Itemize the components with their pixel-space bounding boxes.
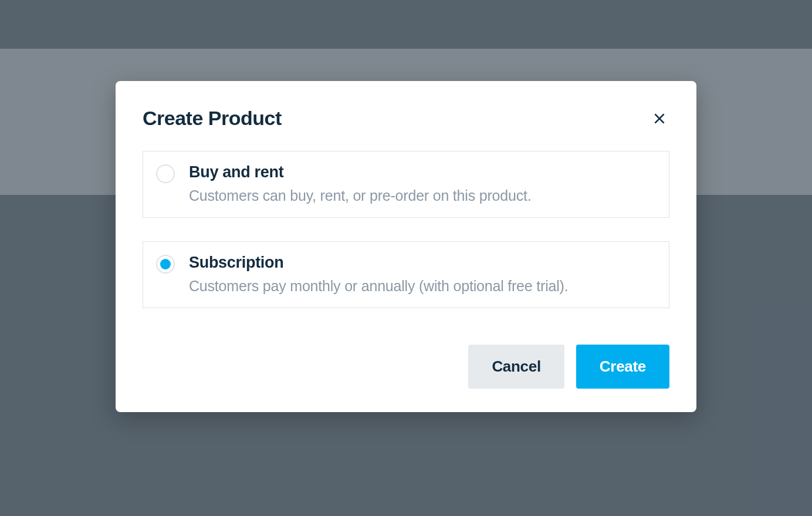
modal-header: Create Product bbox=[143, 107, 669, 130]
option-buy-and-rent[interactable]: Buy and rent Customers can buy, rent, or… bbox=[143, 151, 669, 218]
option-title: Subscription bbox=[189, 254, 568, 272]
create-product-modal: Create Product Buy and rent Customers ca… bbox=[116, 81, 696, 412]
option-text: Subscription Customers pay monthly or an… bbox=[189, 254, 568, 295]
option-title: Buy and rent bbox=[189, 163, 531, 181]
radio-subscription[interactable] bbox=[156, 255, 175, 274]
radio-dot-icon bbox=[160, 259, 171, 269]
cancel-button[interactable]: Cancel bbox=[468, 345, 564, 389]
radio-buy-and-rent[interactable] bbox=[156, 164, 175, 183]
product-type-options: Buy and rent Customers can buy, rent, or… bbox=[143, 151, 669, 308]
modal-title: Create Product bbox=[143, 107, 282, 130]
option-subscription[interactable]: Subscription Customers pay monthly or an… bbox=[143, 241, 669, 308]
modal-footer: Cancel Create bbox=[143, 345, 669, 389]
close-icon bbox=[652, 111, 667, 126]
option-text: Buy and rent Customers can buy, rent, or… bbox=[189, 163, 531, 204]
option-description: Customers can buy, rent, or pre-order on… bbox=[189, 187, 531, 204]
create-button[interactable]: Create bbox=[576, 345, 669, 389]
close-button[interactable] bbox=[649, 109, 669, 129]
option-description: Customers pay monthly or annually (with … bbox=[189, 278, 568, 295]
